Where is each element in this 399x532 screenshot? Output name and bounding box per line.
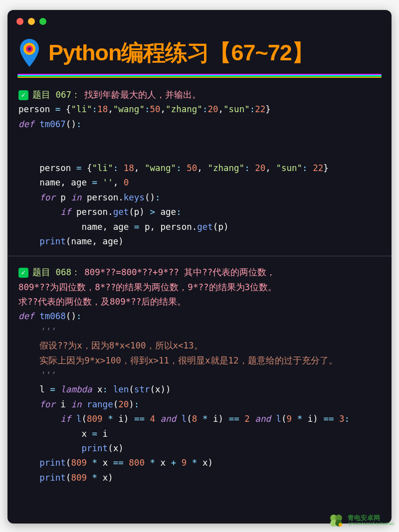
window-titlebar [7, 10, 392, 29]
check-icon: ✓ [18, 90, 28, 100]
maximize-icon[interactable] [39, 18, 46, 25]
clover-icon [328, 512, 345, 529]
watermark: 青电安卓网 QINGDIANANZHUOWANG [328, 512, 394, 529]
separator [7, 256, 392, 256]
watermark-en: QINGDIANANZHUOWANG [348, 522, 394, 527]
page-title: Python编程练习【67~72】 [48, 38, 314, 68]
code-block-067: def tm067(): person = {"li": 18, "wang":… [18, 117, 381, 249]
problem-desc-line: 求??代表的两位数，及809*??后的结果。 [18, 295, 381, 309]
problem-desc-line: 809*??为四位数，8*??的结果为两位数，9*??的结果为3位数。 [18, 280, 381, 295]
pin-icon [17, 38, 41, 68]
document-header: Python编程练习【67~72】 [7, 29, 392, 74]
problem-desc: 809*??=800*??+9*?? 其中??代表的两位数， [84, 265, 275, 280]
content-area: ✓ 题目 067： 找到年龄最大的人，并输出。 person = {"li":1… [7, 81, 392, 485]
close-icon[interactable] [16, 18, 23, 25]
code-block-068: def tm068(): ''' 假设??为x，因为8*x<100，所以x<13… [18, 309, 381, 485]
problem-label: 题目 067： [32, 88, 80, 102]
code-preline-067: person = {"li":18,"wang":50,"zhang":20,"… [18, 102, 381, 117]
problem-label: 题目 068： [32, 265, 80, 280]
code-window: Python编程练习【67~72】 ✓ 题目 067： 找到年龄最大的人，并输出… [7, 10, 392, 524]
svg-point-2 [28, 47, 31, 50]
problem-header-068: ✓ 题目 068： 809*??=800*??+9*?? 其中??代表的两位数， [18, 265, 381, 280]
check-icon: ✓ [18, 268, 28, 278]
minimize-icon[interactable] [28, 18, 35, 25]
rainbow-divider [17, 74, 382, 78]
svg-point-7 [339, 523, 343, 527]
problem-desc: 找到年龄最大的人，并输出。 [84, 88, 201, 102]
watermark-cn: 青电安卓网 [348, 515, 394, 522]
problem-header-067: ✓ 题目 067： 找到年龄最大的人，并输出。 [18, 88, 381, 102]
